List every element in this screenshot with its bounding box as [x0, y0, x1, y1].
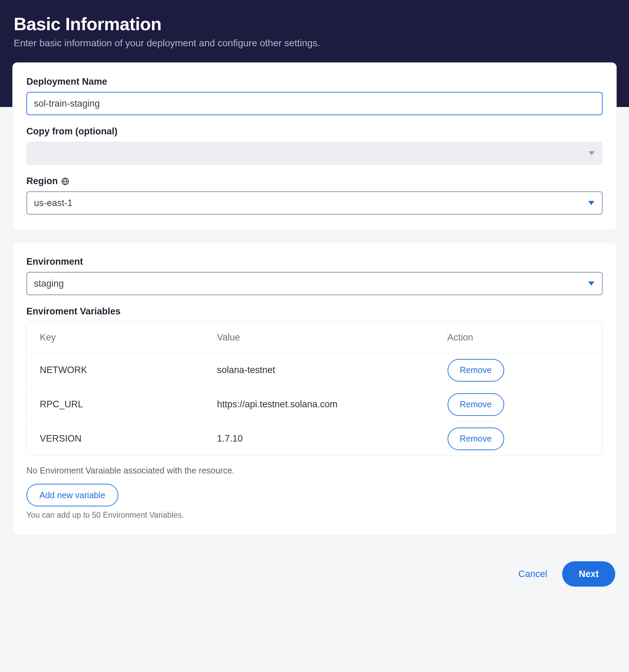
deployment-name-input[interactable] — [26, 92, 603, 115]
cancel-button[interactable]: Cancel — [518, 569, 547, 579]
env-key: RPC_URL — [40, 399, 217, 410]
remove-button[interactable]: Remove — [448, 428, 504, 450]
region-value: us-east-1 — [34, 198, 73, 208]
chevron-down-icon — [588, 201, 594, 205]
environment-select[interactable]: staging — [26, 272, 603, 295]
region-label: Region — [26, 176, 603, 187]
col-action: Action — [448, 332, 589, 343]
environment-card: Environment staging Enviroment Variables… — [12, 242, 617, 535]
environment-label: Environment — [26, 256, 603, 267]
env-variables-table: Key Value Action NETWORK solana-testnet … — [26, 322, 603, 456]
table-row: RPC_URL https://api.testnet.solana.com R… — [27, 387, 602, 421]
remove-button[interactable]: Remove — [448, 393, 504, 416]
region-select[interactable]: us-east-1 — [26, 191, 603, 215]
footer-actions: Cancel Next — [0, 561, 629, 607]
env-value: https://api.testnet.solana.com — [217, 399, 448, 410]
deployment-name-label: Deployment Name — [26, 76, 603, 87]
table-header-row: Key Value Action — [27, 322, 602, 353]
globe-icon — [61, 177, 70, 186]
env-value: solana-testnet — [217, 365, 448, 375]
add-variable-button[interactable]: Add new variable — [26, 484, 118, 506]
page-title: Basic Information — [14, 14, 615, 34]
remove-button[interactable]: Remove — [448, 359, 504, 382]
basic-info-card: Deployment Name Copy from (optional) Reg… — [12, 62, 617, 230]
env-variables-label: Enviroment Variables — [26, 306, 603, 317]
env-value: 1.7.10 — [217, 433, 448, 444]
table-row: NETWORK solana-testnet Remove — [27, 353, 602, 387]
environment-value: staging — [34, 278, 64, 289]
copy-from-select[interactable] — [26, 142, 603, 165]
next-button[interactable]: Next — [562, 561, 615, 587]
chevron-down-icon — [588, 281, 594, 286]
copy-from-label: Copy from (optional) — [26, 126, 603, 137]
page-subtitle: Enter basic information of your deployme… — [14, 38, 615, 49]
col-value: Value — [217, 332, 448, 343]
env-empty-note: No Enviroment Varaiable associated with … — [26, 466, 603, 476]
env-key: VERSION — [40, 433, 217, 444]
chevron-down-icon — [589, 151, 595, 155]
table-row: VERSION 1.7.10 Remove — [27, 421, 602, 456]
col-key: Key — [40, 332, 217, 343]
env-hint: You can add up to 50 Environment Variabl… — [26, 511, 603, 520]
env-key: NETWORK — [40, 365, 217, 375]
